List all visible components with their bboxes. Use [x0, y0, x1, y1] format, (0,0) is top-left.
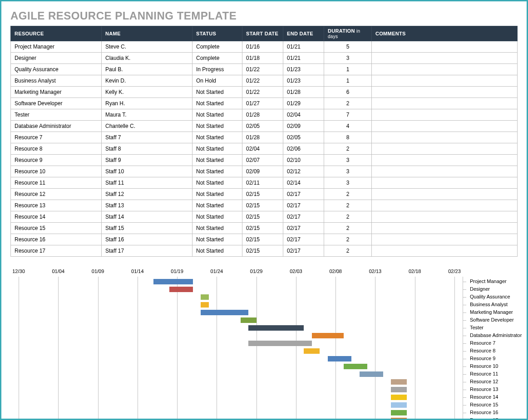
- cell: Database Administrator: [11, 121, 102, 132]
- col-status: STATUS: [192, 26, 242, 41]
- gantt-bar: [304, 348, 320, 354]
- cell: [372, 121, 518, 132]
- col-duration: DURATION in days: [324, 26, 372, 41]
- gantt-bar: [391, 395, 407, 400]
- y-axis-tick: [463, 336, 466, 336]
- y-axis-tick: [463, 343, 466, 344]
- cell: On Hold: [192, 75, 242, 87]
- cell: Staff 14: [102, 211, 192, 223]
- cell: In Progress: [192, 64, 242, 75]
- cell: 02/15: [242, 223, 283, 234]
- col-name: NAME: [102, 26, 192, 41]
- gantt-bar: [241, 317, 257, 323]
- gantt-bar: [391, 387, 407, 392]
- cell: 02/15: [242, 234, 283, 245]
- table-row: Resource 17Staff 17Not Started02/1502/17…: [11, 245, 518, 257]
- gantt-bar: [169, 287, 193, 292]
- cell: Not Started: [192, 211, 242, 223]
- y-axis-tick: [463, 366, 466, 367]
- cell: Tester: [11, 109, 102, 121]
- table-row: Resource 15Staff 15Not Started02/1502/17…: [11, 223, 518, 234]
- table-row: Resource 8Staff 8Not Started02/0402/062: [11, 143, 518, 155]
- y-axis-label: Resource 11: [468, 371, 498, 376]
- col-end: END DATE: [283, 26, 324, 41]
- cell: Staff 8: [102, 143, 192, 155]
- cell: Not Started: [192, 109, 242, 121]
- cell: Complete: [192, 53, 242, 64]
- cell: 01/18: [242, 53, 283, 64]
- cell: 02/15: [242, 200, 283, 211]
- x-axis-tick-label: 02/13: [369, 269, 382, 274]
- x-axis-tick-label: 02/18: [409, 269, 421, 274]
- cell: 01/23: [283, 75, 324, 87]
- x-axis-tick-label: 12/30: [12, 269, 25, 274]
- cell: Not Started: [192, 200, 242, 211]
- cell: 02/14: [283, 177, 324, 189]
- table-row: Resource 14Staff 14Not Started02/1502/17…: [11, 211, 518, 223]
- table-header: RESOURCE NAME STATUS START DATE END DATE…: [11, 26, 518, 41]
- y-axis-tick: [463, 328, 466, 328]
- table-row: Resource 7Staff 7Not Started01/2802/058: [11, 132, 518, 143]
- cell: 01/28: [242, 132, 283, 143]
- y-axis-tick: [463, 282, 466, 282]
- gantt-bar: [328, 356, 351, 361]
- cell: Software Developer: [11, 98, 102, 109]
- cell: [372, 75, 518, 87]
- cell: [372, 166, 518, 177]
- cell: Quality Assurance: [11, 64, 102, 75]
- cell: Staff 9: [102, 155, 192, 166]
- y-axis-tick: [463, 397, 466, 398]
- cell: 01/21: [283, 53, 324, 64]
- cell: Resource 7: [11, 132, 102, 143]
- cell: Resource 9: [11, 155, 102, 166]
- cell: 2: [324, 223, 372, 234]
- cell: [372, 245, 518, 257]
- y-axis-label: Resource 7: [468, 340, 495, 346]
- y-axis-label: Resource 9: [468, 356, 495, 361]
- cell: 02/17: [283, 223, 324, 234]
- cell: Resource 12: [11, 189, 102, 200]
- cell: [372, 234, 518, 245]
- gridline: [454, 277, 455, 420]
- y-axis-label: Resource 10: [468, 363, 498, 369]
- gridline: [296, 277, 296, 420]
- cell: Staff 7: [102, 132, 192, 143]
- cell: 4: [324, 121, 372, 132]
- table-row: Marketing ManagerKelly K.Not Started01/2…: [11, 87, 518, 98]
- cell: 5: [324, 41, 372, 53]
- y-axis-tick: [463, 313, 466, 313]
- y-axis-label: Marketing Manager: [468, 309, 513, 315]
- cell: Resource 14: [11, 211, 102, 223]
- cell: Staff 11: [102, 177, 192, 189]
- cell: 2: [324, 189, 372, 200]
- cell: Designer: [11, 53, 102, 64]
- gantt-bar: [360, 371, 383, 377]
- gantt-bar: [391, 402, 407, 408]
- cell: 7: [324, 109, 372, 121]
- cell: Not Started: [192, 87, 242, 98]
- cell: 02/12: [283, 166, 324, 177]
- cell: 3: [324, 177, 372, 189]
- table-row: Project ManagerSteve C.Complete01/1601/2…: [11, 41, 518, 53]
- cell: Staff 15: [102, 223, 192, 234]
- cell: Complete: [192, 41, 242, 53]
- cell: [372, 98, 518, 109]
- y-axis-label: Software Developer: [468, 317, 514, 322]
- y-axis-tick: [463, 390, 466, 390]
- gantt-bar: [391, 410, 407, 415]
- x-axis-tick-label: 02/03: [290, 269, 302, 274]
- cell: 01/28: [242, 109, 283, 121]
- cell: Resource 11: [11, 177, 102, 189]
- cell: 02/17: [283, 211, 324, 223]
- cell: Maura T.: [102, 109, 192, 121]
- cell: Kevin D.: [102, 75, 192, 87]
- y-axis-tick: [463, 359, 466, 359]
- x-axis-tick-label: 02/23: [448, 269, 461, 274]
- cell: 01/28: [283, 87, 324, 98]
- cell: Not Started: [192, 189, 242, 200]
- table-row: Resource 12Staff 12Not Started02/1502/17…: [11, 189, 518, 200]
- y-axis-tick: [463, 374, 466, 375]
- table-row: Database AdministratorChantelle C.Not St…: [11, 121, 518, 132]
- cell: 6: [324, 87, 372, 98]
- gantt-bar: [344, 364, 367, 369]
